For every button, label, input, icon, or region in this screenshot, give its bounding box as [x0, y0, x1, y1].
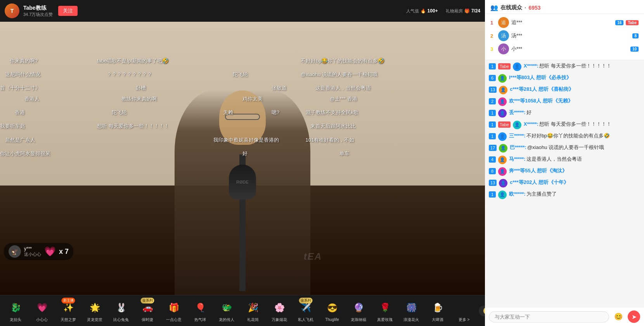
gift-item[interactable]: 🐰比心兔兔 — [109, 299, 133, 323]
gift-item[interactable]: 金系列🚗保时捷 — [136, 299, 159, 323]
gift-bar: 🐉龙抬头💗小心心新主播✨天慈之梦🌟灵龙觉世🐰比心兔兔金系列🚗保时捷🎁一点心意🎈热… — [0, 295, 485, 326]
gift-item[interactable]: 🎆浪漫花火 — [400, 299, 423, 323]
online-label: 在线观众 — [500, 4, 522, 11]
tea-watermark: tEA — [304, 251, 322, 262]
gift-item[interactable]: 🍺大啤酒 — [426, 299, 449, 323]
online-count: 6953 — [528, 5, 540, 11]
chat-message: 17👤巴*****:@xiaohu 说谎的人要吞一千根针哦 — [489, 144, 640, 153]
gift-item[interactable]: 🌹真爱玫瑰 — [373, 299, 396, 323]
gift-item[interactable]: 🎉礼花筒 — [241, 299, 265, 323]
chat-message: 1Tabe👤X*****:想听 每天爱你多一些！！！！！ — [489, 62, 640, 71]
gift-item[interactable]: 😎Thuglife — [320, 300, 344, 322]
popularity-value: 100+ — [428, 8, 438, 14]
top-viewer-row[interactable]: 1追追***16Tabe — [490, 17, 639, 28]
chat-text: 想听 每天爱你多一些！！！！！ — [539, 63, 611, 69]
chat-content: 欧*****:为主播点赞了 — [509, 191, 557, 198]
gift-label: 礼物厢房 — [446, 8, 463, 14]
follow-button[interactable]: 关注 — [58, 6, 78, 16]
gift-item[interactable]: 金系列✈️私人飞机 — [294, 299, 317, 323]
gift-icon — [455, 299, 473, 316]
chat-content: c***等281人 想听《喜帖街》 — [510, 86, 575, 93]
chat-badge-num: 1 — [489, 121, 496, 128]
viewer-badge: 16 — [615, 20, 623, 25]
chat-area: 1Tabe👤X*****:想听 每天爱你多一些！！！！！6👤l***等803人 … — [485, 60, 644, 307]
chat-username: 丢*****: — [509, 109, 526, 115]
gift-label: 龙珠纳福 — [351, 317, 366, 323]
chat-user-icon: 👤 — [498, 97, 507, 106]
gift-value: 7/24 — [471, 8, 480, 14]
chat-tabe-badge: Tabe — [498, 63, 511, 69]
gift-icon: 🐲 — [218, 299, 235, 316]
chat-content: 三*****:不好好bp😂你丫的技能会的有点多🤣 — [509, 132, 610, 139]
viewer-name: 汤*** — [511, 32, 630, 39]
top-viewer-row[interactable]: 2汤汤***8 — [490, 30, 639, 41]
gift-icon: 🌸 — [271, 299, 288, 316]
chat-username: 奔***等55人 想听《淘汰》 — [509, 168, 567, 173]
gift-icon: 🎉 — [244, 299, 261, 316]
coin-icon: 💰 — [483, 307, 485, 315]
chat-message: 1👤三*****:不好好bp😂你丫的技能会的有点多🤣 — [489, 132, 640, 141]
gift-item[interactable]: 🔮龙珠纳福 — [347, 299, 370, 323]
gift-label: 小心心 — [36, 317, 48, 323]
gift-stat: 礼物厢房 🎁 7/24 — [446, 8, 480, 14]
gift-item[interactable]: 新主播✨天慈之梦 — [57, 299, 80, 323]
chat-badge-num: 1 — [489, 191, 496, 198]
chat-user-icon: 👤 — [499, 86, 507, 94]
online-header: 👥 在线观众 · 6953 — [485, 0, 644, 14]
chat-username: 巴*****: — [510, 144, 526, 150]
gift-item[interactable]: 🌸万象烟花 — [268, 299, 291, 323]
chat-badge-num: 8 — [489, 168, 496, 174]
viewer-rank: 1 — [490, 20, 496, 26]
chat-content: 奔***等55人 想听《淘汰》 — [509, 167, 568, 174]
gift-icon: 💗 — [33, 299, 50, 316]
gift-icon: 🐰 — [113, 299, 130, 316]
gift-item[interactable]: 💗小心心 — [30, 299, 54, 323]
gift-item[interactable]: 🎈热气球 — [189, 299, 212, 323]
chat-message: 13👤c***等202人 想听《十年》 — [489, 179, 640, 187]
gift-item[interactable]: 🐲龙的传人 — [215, 299, 238, 323]
gift-label: 真爱玫瑰 — [377, 317, 393, 323]
streamer-info: Tabe教练 34.7万场次点赞 — [23, 5, 53, 17]
chat-username: 马*****: — [509, 156, 526, 162]
gift-label: 礼花筒 — [247, 317, 259, 323]
viewer-badge: 8 — [632, 33, 639, 38]
emoji-button[interactable]: 😊 — [612, 310, 625, 323]
gift-item[interactable]: 🐉龙抬头 — [4, 299, 27, 323]
chat-badge-num: 13 — [489, 87, 497, 93]
chat-content: X*****:想听 每天爱你多一些！！！！！ — [524, 121, 611, 128]
chat-text: 这是香港人，当然会粤语 — [526, 156, 582, 162]
streamer-name: Tabe教练 — [23, 5, 53, 12]
chat-content: l***等803人 想听《必杀技》 — [509, 74, 572, 81]
chat-content: c***等202人 想听《十年》 — [510, 179, 570, 186]
sender-name: y*** — [24, 246, 41, 251]
gift-icon: 🌟 — [86, 299, 103, 316]
chat-badge-num: 6 — [489, 75, 496, 81]
chat-message: 1👤欧*****:为主播点赞了 — [489, 191, 640, 199]
chat-content: 欢***等1058人 想听《无赖》 — [509, 97, 574, 104]
chat-user-icon: 👤 — [498, 74, 507, 83]
chat-user-icon: 👤 — [498, 191, 507, 199]
gift-item[interactable]: 更多 > — [452, 299, 476, 323]
top-viewer-row[interactable]: 3小小***10 — [490, 43, 639, 54]
viewer-badge: 10 — [630, 47, 639, 52]
chat-tabe-badge: Tabe — [498, 121, 511, 128]
gift-item[interactable]: 🎁一点心意 — [162, 299, 185, 323]
chat-user-icon: 👤 — [513, 62, 521, 71]
gift-item[interactable]: 🌟灵龙觉世 — [83, 299, 106, 323]
chat-input[interactable] — [489, 311, 609, 323]
right-panel: 👥 在线观众 · 6953 1追追***16Tabe2汤汤***83小小***1… — [485, 0, 644, 326]
chat-user-icon: 👤 — [513, 121, 521, 129]
gift-label: 热气球 — [194, 317, 206, 323]
chat-badge-num: 1 — [489, 63, 496, 69]
gift-label: 万象烟花 — [272, 317, 287, 323]
send-button[interactable]: ➤ — [628, 310, 640, 323]
chat-username: X*****: — [524, 63, 538, 69]
gift-label: 灵龙觉世 — [87, 317, 102, 323]
chat-user-icon: 👤 — [499, 144, 507, 153]
chat-user-icon: 👤 — [498, 156, 507, 164]
chat-content: X*****:想听 每天爱你多一些！！！！！ — [524, 62, 611, 69]
gift-label: 大啤酒 — [432, 317, 443, 323]
chat-badge-num: 1 — [489, 133, 496, 139]
chat-badge-num: 13 — [489, 180, 497, 186]
gift-coins[interactable]: 💰20 — [479, 305, 485, 316]
